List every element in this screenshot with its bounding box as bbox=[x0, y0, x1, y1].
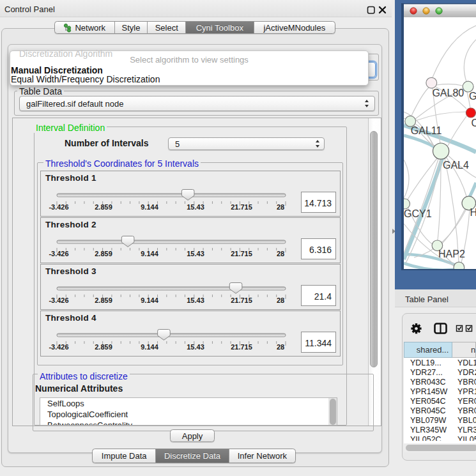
svg-text:GAL11: GAL11 bbox=[411, 125, 442, 136]
svg-text:GAL80: GAL80 bbox=[432, 88, 464, 98]
svg-text:HA: HA bbox=[470, 207, 476, 218]
svg-text:GAL4: GAL4 bbox=[443, 160, 469, 171]
svg-text:GCY1: GCY1 bbox=[404, 208, 432, 219]
svg-text:HAP2: HAP2 bbox=[438, 249, 465, 259]
svg-text:GA: GA bbox=[469, 91, 476, 102]
svg-text:CY: CY bbox=[472, 118, 476, 128]
